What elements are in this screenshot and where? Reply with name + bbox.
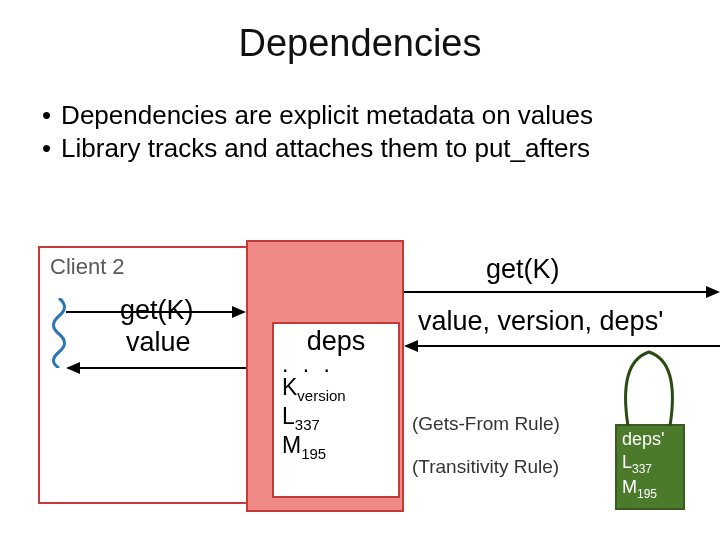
bullet-2-text: Library tracks and attaches them to put_…: [61, 132, 590, 165]
svg-marker-7: [404, 340, 418, 352]
bullet-dot-icon: •: [42, 132, 51, 165]
deps-prime-header: deps': [622, 428, 678, 451]
deps-prime-row-m: M195: [622, 476, 678, 502]
svg-marker-3: [66, 362, 80, 374]
transitivity-rule: (Transitivity Rule): [412, 456, 559, 478]
value-version-deps-label: value, version, deps': [418, 306, 663, 337]
deps-row-l: L337: [282, 404, 390, 433]
value-label: value: [126, 327, 191, 358]
gets-from-rule: (Gets-From Rule): [412, 413, 560, 435]
arrow-getk-inner: [66, 302, 246, 322]
bullet-1: • Dependencies are explicit metadata on …: [42, 99, 720, 132]
svg-marker-5: [706, 286, 720, 298]
bullet-list: • Dependencies are explicit metadata on …: [42, 99, 720, 164]
deps-row-k: Kversion: [282, 375, 390, 404]
bullet-dot-icon: •: [42, 99, 51, 132]
slide-title: Dependencies: [0, 0, 720, 65]
deps-prime-box: deps' L337 M195: [615, 424, 685, 510]
bag-handle-icon: [618, 342, 680, 428]
arrow-getk-top: [404, 282, 720, 302]
deps-row-m: M195: [282, 433, 390, 462]
arrow-value-inner: [66, 358, 246, 378]
bullet-1-text: Dependencies are explicit metadata on va…: [61, 99, 593, 132]
getk-top-label: get(K): [486, 254, 560, 285]
deps-box: deps . . . Kversion L337 M195: [272, 322, 400, 498]
client-label: Client 2: [50, 254, 125, 280]
bullet-2: • Library tracks and attaches them to pu…: [42, 132, 720, 165]
svg-marker-1: [232, 306, 246, 318]
deps-prime-row-l: L337: [622, 451, 678, 477]
